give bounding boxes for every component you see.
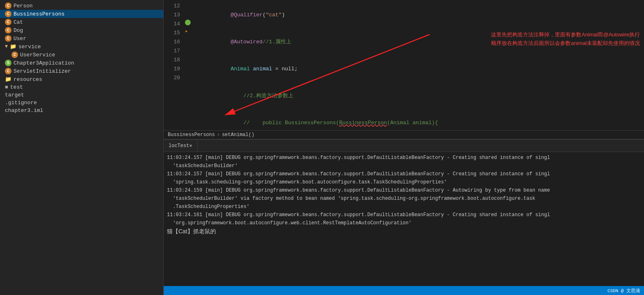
sidebar-item-businessperson[interactable]: C BussinessPersons [0, 10, 163, 18]
folder-icon-res: 📁 [5, 76, 11, 83]
sidebar-label-cat: Cat [14, 19, 23, 25]
sidebar-item-servlet[interactable]: C ServletInitializer [0, 67, 163, 75]
comment-autowired: //1.属性上 [263, 39, 291, 45]
null-val: null; [281, 66, 297, 72]
breadcrumb-arrow: › [217, 132, 220, 138]
execution-pointer: ➤ [185, 29, 188, 35]
breadcrumb-class: BussinessPersons [168, 132, 215, 138]
console-line-0: 11:03:24.157 [main] DEBUG org.springfram… [167, 154, 641, 162]
breakpoint-icon [185, 20, 191, 25]
sidebar-item-userservice[interactable]: C UserService [0, 51, 163, 59]
class-icon-dog: C [5, 27, 11, 34]
code-line-12: @Qualifier("cat") [192, 2, 431, 29]
editor-wrapper: 12 13 14 15 16 17 18 19 20 ➤ [164, 0, 644, 130]
sidebar-label-user: User [14, 36, 26, 42]
sidebar-item-test[interactable]: ■ test [0, 83, 163, 91]
sidebar-label-us: UserService [20, 52, 55, 58]
sidebar-label-gitignore: .gitignore [5, 100, 37, 106]
console-tab-close[interactable]: ✕ [189, 143, 192, 149]
code-line-16: // public BussinessPersons(BussinessPers… [192, 110, 431, 129]
class-icon-us: C [11, 51, 18, 58]
console-line-4: 11:03:24.159 [main] DEBUG org.springfram… [167, 186, 641, 194]
code-line-13: @Autowired//1.属性上 [192, 29, 431, 56]
sidebar-item-cat[interactable]: C Cat [0, 18, 163, 26]
sidebar-label-dog: Dog [14, 27, 23, 34]
console-line-8: 'org.springframework.boot.autoconfigure.… [167, 219, 641, 227]
var-animal: animal [253, 66, 272, 72]
sidebar-item-service[interactable]: ▼ 📁 service [0, 42, 163, 51]
console-line-2: 11:03:24.157 [main] DEBUG org.springfram… [167, 170, 641, 178]
console-area: locTest ✕ 11:03:24.157 [main] DEBUG org.… [164, 139, 644, 295]
console-line-7: 11:03:24.161 [main] DEBUG org.springfram… [167, 211, 641, 219]
sidebar-label-bp: BussinessPersons [14, 11, 65, 17]
gutter: ➤ [184, 2, 192, 129]
annotation-qualifier: @Qualifier [231, 12, 263, 18]
code-text[interactable]: @Qualifier("cat") @Autowired//1.属性上 Anim… [192, 2, 644, 129]
editor-area: 12 13 14 15 16 17 18 19 20 ➤ [164, 0, 644, 139]
sidebar-label-ch3app: Chapter3Application [14, 60, 74, 66]
console-tab-loctest[interactable]: locTest ✕ [164, 140, 198, 152]
sidebar: C Person C BussinessPersons C Cat C Dog [0, 0, 164, 295]
string-cat: "cat" [266, 12, 281, 18]
type-animal: Animal [231, 66, 250, 72]
code-content: 12 13 14 15 16 17 18 19 20 ➤ [164, 0, 644, 130]
sidebar-label-iml: chapter3.iml [5, 107, 43, 114]
class-icon-bp: C [5, 11, 11, 17]
sidebar-label-res: resources [14, 76, 42, 83]
console-line-cat: 猫【Cat】抓老鼠的 [167, 227, 641, 235]
sidebar-label-test: test [10, 84, 23, 90]
paren-close: ) [281, 12, 285, 18]
main-area: 12 13 14 15 16 17 18 19 20 ➤ [164, 0, 644, 295]
status-bar: CSDN @ 文思涌 [164, 286, 644, 295]
sidebar-item-chapter3app[interactable]: S Chapter3Application [0, 59, 163, 67]
sidebar-item-target[interactable]: target [0, 91, 163, 99]
console-tab-bar: locTest ✕ [164, 140, 644, 152]
code-line-15: //2.构造方法参数上 [192, 83, 431, 110]
class-icon: C [5, 2, 11, 9]
sidebar-label-servlet: ServletInitializer [14, 68, 71, 74]
folder-icon: 📁 [10, 43, 16, 50]
console-line-3: 'spring.task.scheduling-org.springframew… [167, 178, 641, 186]
class-icon-servlet: C [5, 68, 11, 74]
sidebar-item-gitignore[interactable]: .gitignore [0, 99, 163, 107]
line-numbers: 12 13 14 15 16 17 18 19 20 [164, 2, 184, 129]
console-line-1: 'taskSchedulerBuilder' [167, 162, 641, 170]
attribution-text: CSDN @ 文思涌 [608, 288, 640, 294]
sidebar-item-user[interactable]: C User [0, 34, 163, 42]
sidebar-label-person: Person [14, 3, 33, 9]
sidebar-item-person[interactable]: C Person [0, 2, 163, 10]
sidebar-label-service: service [18, 44, 41, 50]
comment-constructor: //2.构造方法参数上 [231, 93, 293, 99]
sidebar-item-resources[interactable]: 📁 resources [0, 75, 163, 83]
sidebar-item-dog[interactable]: C Dog [0, 26, 163, 34]
class-icon-user: C [5, 35, 11, 42]
breadcrumb-method: setAnimal() [222, 132, 254, 138]
breadcrumb-bar: BussinessPersons › setAnimal() [164, 130, 644, 139]
console-content: 11:03:24.157 [main] DEBUG org.springfram… [164, 152, 644, 286]
folder-icon-test: ■ [5, 84, 8, 90]
folder-open-icon: ▼ [5, 44, 8, 49]
assign: = [272, 66, 281, 72]
annotation-autowired: @Autowired [231, 39, 263, 45]
spring-icon: S [5, 60, 11, 66]
sidebar-tree: C Person C BussinessPersons C Cat C Dog [0, 0, 163, 295]
code-line-14: Animal animal = null; [192, 56, 431, 83]
sidebar-item-chapter3iml[interactable]: chapter3.iml [0, 107, 163, 114]
console-tab-label: locTest [169, 143, 189, 149]
class-icon-cat: C [5, 19, 11, 25]
console-line-5: 'taskSchedulerBuilder' via factory metho… [167, 194, 641, 203]
console-line-6: .TaskSchedulingProperties' [167, 203, 641, 211]
sidebar-label-target: target [5, 92, 24, 98]
comment-line16: // public BussinessPersons(BussinessPers… [231, 120, 438, 126]
